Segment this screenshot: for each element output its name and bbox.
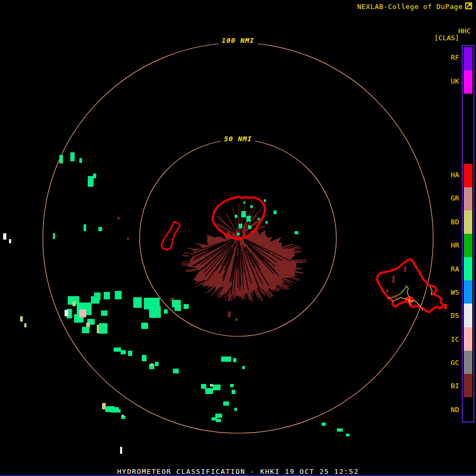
legend-seg-IC <box>464 327 472 351</box>
bi-fan-layer <box>181 204 307 302</box>
product-title: HYDROMETEOR CLASSIFICATION - KHKI 19 OCT… <box>0 468 476 475</box>
legend-seg-UK <box>464 70 472 94</box>
legend-seg-RF <box>464 47 472 70</box>
legend-colorbar <box>462 45 474 423</box>
external-link-icon[interactable] <box>465 2 472 10</box>
ring-label-50-nmi: 50 NMI <box>221 135 255 143</box>
legend-seg-HA <box>464 164 472 187</box>
island-east-island <box>377 259 443 312</box>
legend-label-WS: WS <box>451 288 459 296</box>
radar-canvas <box>0 0 476 476</box>
legend-seg-BD <box>464 210 472 234</box>
legend-seg-RA <box>464 257 472 280</box>
legend-label-IC: IC <box>451 335 459 343</box>
legend-seg-gap3 <box>464 117 472 140</box>
legend-seg-GR <box>464 187 472 210</box>
legend-label-RF: RF <box>451 53 459 61</box>
legend-seg-gap2 <box>464 94 472 117</box>
legend-title: HHC <box>459 27 471 35</box>
precip-specks <box>3 152 447 454</box>
legend-label-BI: BI <box>451 382 459 390</box>
legend-label-GR: GR <box>451 194 459 202</box>
legend-label-HA: HA <box>451 171 459 179</box>
legend-seg-DS <box>464 304 472 327</box>
legend-label-GC: GC <box>451 359 459 367</box>
legend-label-ND: ND <box>451 406 459 414</box>
legend-seg-HR <box>464 234 472 257</box>
legend-label-DS: DS <box>451 312 459 319</box>
legend-label-BD: BD <box>451 218 459 226</box>
legend-seg-ND <box>464 397 472 420</box>
legend-seg-GC <box>464 351 472 374</box>
legend-label-UK: UK <box>451 77 459 85</box>
legend-label-RA: RA <box>451 265 459 273</box>
legend-seg-BI <box>464 374 472 397</box>
legend-seg-WS <box>464 280 472 304</box>
radar-display: NEXLAB-College of DuPage HHC [CLAS] HYDR… <box>0 0 476 476</box>
legend-subtitle: [CLAS] <box>434 34 459 42</box>
legend-seg-gap4 <box>464 141 472 164</box>
brand-link[interactable]: NEXLAB-College of DuPage <box>357 3 463 11</box>
ring-label-100-nmi: 100 NMI <box>218 36 258 44</box>
island-west-island <box>161 222 180 250</box>
legend-label-HR: HR <box>451 241 459 249</box>
